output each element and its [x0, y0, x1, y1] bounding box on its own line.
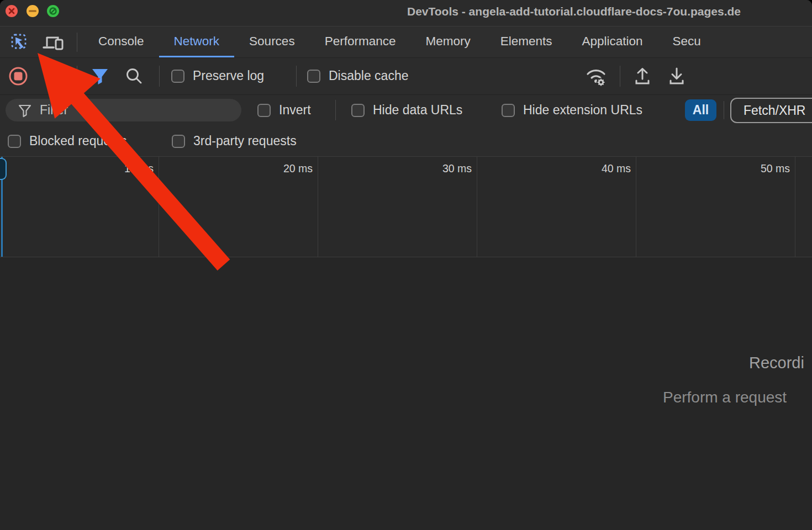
- export-har-button[interactable]: [666, 65, 687, 87]
- empty-state-hint-text: Perform a request: [663, 389, 787, 406]
- inspect-cursor-icon: [10, 33, 29, 51]
- preserve-log-checkbox[interactable]: Preserve log: [171, 68, 264, 83]
- blocked-requests-checkbox[interactable]: Blocked requests: [8, 134, 126, 149]
- network-requests-panel: Recordi Perform a request: [0, 257, 812, 530]
- checkbox-box: [8, 135, 21, 148]
- blocked-requests-label: Blocked requests: [29, 134, 126, 149]
- record-stop-button[interactable]: [8, 66, 29, 87]
- tab-memory[interactable]: Memory: [410, 26, 485, 57]
- overview-drag-handle[interactable]: [0, 158, 7, 180]
- download-icon: [667, 66, 687, 87]
- device-toolbar-button[interactable]: [42, 33, 65, 52]
- checkbox-box: [502, 104, 515, 117]
- minimize-icon: [27, 5, 39, 17]
- timeline-tick: 20 ms: [159, 157, 318, 257]
- third-party-requests-label: 3rd-party requests: [193, 134, 297, 149]
- tab-console[interactable]: Console: [83, 26, 159, 57]
- titlebar: DevTools - angela-add-tutorial.cloudflar…: [0, 0, 812, 26]
- zoom-disabled-icon: [47, 5, 59, 17]
- wifi-gear-icon: [584, 64, 608, 88]
- toolbar-separator: [620, 66, 620, 87]
- disable-cache-checkbox[interactable]: Disable cache: [307, 68, 408, 83]
- network-toolbar: Preserve log Disable cache No throttling: [0, 58, 812, 95]
- invert-checkbox[interactable]: Invert: [257, 103, 311, 118]
- checkbox-box: [257, 104, 271, 117]
- tabbar-separator: [77, 33, 77, 52]
- filter-toggle-button[interactable]: [89, 66, 110, 86]
- third-party-requests-checkbox[interactable]: 3rd-party requests: [172, 134, 297, 149]
- checkbox-box: [307, 70, 320, 83]
- search-icon: [124, 66, 144, 86]
- request-type-chip-fetch-xhr[interactable]: Fetch/XHR: [730, 98, 812, 123]
- devtools-tabbar: Console Network Sources Performance Memo…: [0, 26, 812, 58]
- network-overview-timeline[interactable]: 10 ms 20 ms 30 ms 40 ms 50 ms: [0, 156, 812, 258]
- checkbox-box: [172, 135, 185, 148]
- clear-icon: [44, 68, 62, 86]
- hide-extension-urls-label: Hide extension URLs: [523, 103, 642, 118]
- filter-bar-row2: Blocked requests 3rd-party requests: [0, 124, 812, 156]
- record-stop-icon: [8, 66, 29, 87]
- preserve-log-label: Preserve log: [193, 68, 264, 83]
- empty-state-recording-text: Recordi: [749, 354, 804, 372]
- timeline-tick: 30 ms: [318, 157, 477, 257]
- chip-separator: [724, 101, 724, 119]
- filter-bar: Filter Invert Hide data URLs Hide extens…: [0, 95, 812, 124]
- toolbar-separator: [159, 66, 160, 87]
- zoom-button[interactable]: [47, 5, 59, 17]
- disable-cache-label: Disable cache: [329, 68, 408, 83]
- checkbox-box: [351, 104, 365, 117]
- clear-network-log-button[interactable]: [44, 67, 62, 86]
- checkbox-box: [171, 70, 184, 83]
- filterbar-separator: [335, 100, 336, 120]
- hide-data-urls-label: Hide data URLs: [373, 103, 462, 118]
- tab-strip: Console Network Sources Performance Memo…: [83, 26, 716, 57]
- tab-network[interactable]: Network: [159, 26, 235, 57]
- tab-security[interactable]: Secu: [658, 26, 716, 57]
- tab-application[interactable]: Application: [567, 26, 658, 57]
- device-toolbar-icon: [43, 33, 65, 52]
- request-type-chip-all[interactable]: All: [685, 99, 716, 121]
- filter-funnel-icon: [91, 67, 109, 86]
- timeline-tick: 50 ms: [636, 157, 795, 257]
- tab-performance[interactable]: Performance: [310, 26, 411, 57]
- devtools-window: DevTools - angela-add-tutorial.cloudflar…: [0, 0, 812, 530]
- tab-elements[interactable]: Elements: [486, 26, 567, 57]
- filter-funnel-small-icon: [18, 103, 32, 118]
- filter-input[interactable]: Filter: [6, 99, 241, 121]
- timeline-tick: 10 ms: [0, 157, 159, 257]
- upload-icon: [632, 66, 652, 87]
- timeline-tick: 40 ms: [477, 157, 636, 257]
- invert-label: Invert: [279, 103, 311, 118]
- filter-placeholder: Filter: [40, 103, 68, 118]
- window-title: DevTools - angela-add-tutorial.cloudflar…: [407, 5, 741, 18]
- toolbar-separator: [296, 66, 297, 87]
- toolbar-separator: [77, 66, 77, 87]
- hide-extension-urls-checkbox[interactable]: Hide extension URLs: [502, 103, 642, 118]
- close-icon: [6, 5, 18, 17]
- inspect-element-button[interactable]: [9, 31, 30, 52]
- search-button[interactable]: [124, 66, 145, 86]
- minimize-button[interactable]: [27, 5, 39, 17]
- import-har-button[interactable]: [632, 65, 653, 87]
- hide-data-urls-checkbox[interactable]: Hide data URLs: [351, 103, 462, 118]
- close-button[interactable]: [6, 5, 18, 17]
- network-conditions-button[interactable]: [583, 64, 609, 88]
- tab-sources[interactable]: Sources: [234, 26, 310, 57]
